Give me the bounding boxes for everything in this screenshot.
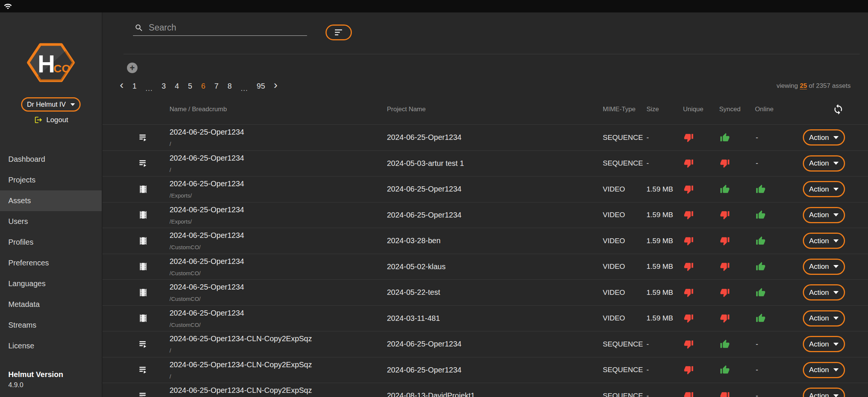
dropdown-caret-icon — [833, 343, 839, 346]
table-row[interactable]: 2024-06-25-Oper1234-CLN-Copy2ExpSqz / 20… — [102, 331, 868, 357]
table-row[interactable]: 2024-06-25-Oper1234 /CustomCO/ 2024-05-0… — [102, 254, 868, 280]
asset-type-cell — [138, 313, 170, 323]
action-button[interactable]: Action — [803, 129, 845, 146]
thumb-down-icon — [684, 339, 694, 349]
thumb-up-icon — [756, 236, 766, 246]
online-status: - — [755, 392, 803, 397]
action-button[interactable]: Action — [803, 259, 845, 275]
unique-status — [683, 313, 719, 323]
online-status — [755, 313, 803, 323]
action-button[interactable]: Action — [803, 233, 845, 249]
pagination-page-5[interactable]: 5 — [188, 82, 193, 90]
table-row[interactable]: 2024-06-25-Oper1234 /Exports/ 2024-06-25… — [102, 202, 868, 228]
thumb-up-icon — [720, 133, 730, 143]
header-name: Name / Breadcrumb — [170, 106, 387, 113]
table-row[interactable]: 2024-06-25-Oper1234 / 2024-05-03-artur t… — [102, 150, 868, 176]
sidebar-item-profiles[interactable]: Profiles — [0, 232, 102, 253]
table-row[interactable]: 2024-06-25-Oper1234-CLN-Copy2ExpSqz 2024… — [102, 383, 868, 397]
no-value-dash: - — [756, 366, 758, 374]
pagination-page-8[interactable]: 8 — [228, 82, 232, 90]
action-button[interactable]: Action — [803, 207, 845, 223]
unique-status — [683, 210, 719, 220]
viewing-suffix: assets — [832, 82, 851, 90]
chevron-right-icon[interactable]: › — [274, 81, 278, 89]
pagination-page-95[interactable]: 95 — [257, 82, 265, 90]
project-name: 2024-06-25-Oper1234 — [387, 366, 603, 374]
pagination-page-7[interactable]: 7 — [214, 82, 219, 90]
online-status — [755, 210, 803, 220]
no-value-dash: - — [756, 133, 758, 142]
action-button[interactable]: Action — [803, 336, 845, 352]
asset-name-cell: 2024-06-25-Oper1234 /CustomCO/ — [170, 231, 387, 250]
table-row[interactable]: 2024-06-25-Oper1234 / 2024-06-25-Oper123… — [102, 124, 868, 150]
asset-type-cell — [138, 236, 170, 246]
table-row[interactable]: 2024-06-25-Oper1234 /CustomCO/ 2024-05-2… — [102, 279, 868, 305]
pagination-page-4[interactable]: 4 — [175, 82, 179, 90]
header-project: Project Name — [387, 106, 603, 113]
action-button[interactable]: Action — [803, 310, 845, 326]
add-button[interactable]: + — [127, 63, 138, 73]
sidebar-item-preferences[interactable]: Preferences — [0, 253, 102, 273]
pagination-page-6[interactable]: 6 — [201, 82, 206, 90]
action-button[interactable]: Action — [803, 181, 845, 197]
asset-name-cell: 2024-06-25-Oper1234 /CustomCO/ — [170, 309, 387, 328]
table-row[interactable]: 2024-06-25-Oper1234 /CustomCO/ 2024-03-1… — [102, 305, 868, 331]
project-name: 2024-03-28-ben — [387, 236, 603, 245]
sidebar-item-assets[interactable]: Assets — [0, 190, 102, 211]
asset-name: 2024-06-25-Oper1234-CLN-Copy2ExpSqz — [170, 360, 387, 369]
action-button[interactable]: Action — [803, 284, 845, 300]
logout-label: Logout — [46, 116, 68, 124]
sidebar-item-label: Dashboard — [8, 155, 45, 164]
asset-name-cell: 2024-06-25-Oper1234-CLN-Copy2ExpSqz — [170, 386, 387, 397]
project-name: 2024-05-03-artur test 1 — [387, 159, 603, 168]
film-strip-icon — [138, 210, 148, 220]
viewing-count[interactable]: 25 — [800, 82, 807, 90]
header-synced: Synced — [719, 106, 755, 113]
sidebar-item-label: Projects — [8, 176, 35, 184]
project-name: 2024-08-13-DavidProjekt1 — [387, 391, 603, 397]
action-button[interactable]: Action — [803, 362, 845, 378]
refresh-button[interactable] — [833, 104, 844, 115]
action-label: Action — [809, 288, 829, 297]
search-input[interactable] — [149, 23, 307, 33]
mime-type: VIDEO — [603, 185, 646, 193]
table-row[interactable]: 2024-06-25-Oper1234 /CustomCO/ 2024-03-2… — [102, 228, 868, 254]
sidebar-item-projects[interactable]: Projects — [0, 170, 102, 190]
action-cell: Action — [803, 207, 868, 223]
thumb-down-icon — [684, 133, 694, 143]
action-button[interactable]: Action — [803, 388, 845, 397]
film-strip-icon — [138, 262, 148, 271]
action-button[interactable]: Action — [803, 155, 845, 172]
asset-breadcrumb: /CustomCO/ — [170, 296, 387, 302]
thumb-down-icon — [720, 158, 730, 168]
user-menu-button[interactable]: Dr Helmut IV — [21, 97, 81, 112]
sequence-icon — [138, 365, 148, 375]
sidebar-item-metadata[interactable]: Metadata — [0, 294, 102, 315]
sidebar-item-languages[interactable]: Languages — [0, 273, 102, 294]
no-value-dash: - — [756, 340, 758, 348]
logout-button[interactable]: Logout — [0, 114, 102, 126]
thumb-down-icon — [684, 210, 694, 220]
viewing-total: 2357 — [816, 82, 830, 90]
table-row[interactable]: 2024-06-25-Oper1234-CLN-Copy2ExpSqz / 20… — [102, 357, 868, 383]
sidebar-item-license[interactable]: License — [0, 336, 102, 356]
sidebar-item-users[interactable]: Users — [0, 211, 102, 232]
header-mime: MIME-Type — [603, 106, 646, 113]
asset-name: 2024-06-25-Oper1234-CLN-Copy2ExpSqz — [170, 334, 387, 343]
sidebar-item-dashboard[interactable]: Dashboard — [0, 149, 102, 170]
search-box — [133, 20, 307, 36]
mime-type: VIDEO — [603, 288, 646, 297]
version-info: Helmut Version 4.9.0 — [8, 369, 63, 390]
asset-name-cell: 2024-06-25-Oper1234 /Exports/ — [170, 205, 387, 225]
table-row[interactable]: 2024-06-25-Oper1234 /Exports/ 2024-06-25… — [102, 176, 868, 202]
thumb-down-icon — [684, 288, 694, 297]
sidebar-item-label: Languages — [8, 279, 46, 288]
viewing-middle: of — [809, 82, 814, 90]
chevron-left-icon[interactable]: ‹ — [120, 81, 124, 89]
filter-button[interactable] — [326, 25, 352, 40]
pagination-page-1[interactable]: 1 — [132, 82, 137, 90]
sidebar-item-streams[interactable]: Streams — [0, 315, 102, 336]
thumb-down-icon — [720, 313, 730, 323]
thumb-up-icon — [756, 210, 766, 220]
pagination-page-3[interactable]: 3 — [162, 82, 166, 90]
